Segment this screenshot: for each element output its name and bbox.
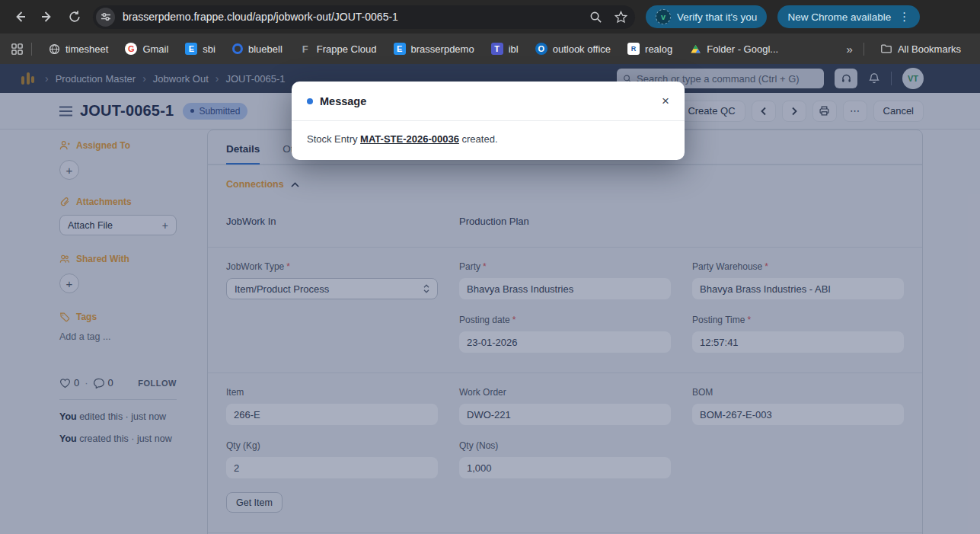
bluebell-icon: [232, 43, 243, 54]
browser-toolbar: brasserpdemo.frappe.cloud/app/jobwork-ou…: [0, 0, 980, 34]
bookmark-frappe-cloud[interactable]: F Frappe Cloud: [299, 43, 377, 55]
all-bookmarks-button[interactable]: All Bookmarks: [880, 43, 961, 55]
url-bar[interactable]: brasserpdemo.frappe.cloud/app/jobwork-ou…: [93, 5, 635, 29]
apps-grid-icon: [11, 43, 24, 56]
bookmark-drive-folder[interactable]: Folder - Googl...: [689, 43, 778, 55]
forward-button[interactable]: [34, 3, 61, 30]
back-icon: [12, 9, 27, 24]
bookmark-timesheet[interactable]: timesheet: [48, 43, 108, 55]
bookmark-brasserpdemo[interactable]: E brasserpdemo: [394, 43, 474, 55]
search-this-page-button[interactable]: [589, 11, 602, 24]
magnifier-icon: [589, 11, 602, 24]
site-info-icon: [101, 11, 111, 22]
star-icon: [614, 11, 627, 24]
bookmark-realog[interactable]: R realog: [627, 43, 672, 55]
divider: [31, 43, 32, 56]
realog-icon: R: [627, 43, 640, 55]
erpnext-icon: E: [394, 43, 406, 55]
dialog-title: Message: [320, 95, 366, 107]
update-pill-label: New Chrome available: [787, 11, 891, 23]
dialog-body: Stock Entry MAT-STE-2026-00036 created.: [292, 121, 685, 160]
apps-grid-button[interactable]: [11, 43, 24, 56]
gmail-icon: G: [125, 43, 137, 55]
frappe-cloud-icon: F: [299, 43, 311, 55]
outlook-icon: O: [535, 43, 547, 55]
dialog-close-button[interactable]: ×: [662, 94, 669, 107]
web-page: › Production Master › Jobwork Out › JOUT…: [0, 64, 980, 534]
chrome-update-pill[interactable]: New Chrome available ⋮: [777, 5, 920, 28]
teams-icon: T: [491, 43, 503, 55]
bookmark-gmail[interactable]: G Gmail: [125, 43, 168, 55]
bookmarks-overflow-button[interactable]: »: [847, 43, 853, 56]
bookmark-star-button[interactable]: [614, 11, 627, 24]
google-drive-icon: [689, 43, 701, 55]
indicator-dot-icon: [307, 98, 313, 104]
bookmarks-bar: timesheet G Gmail E sbi bluebell F Frapp…: [0, 34, 980, 64]
message-dialog: Message × Stock Entry MAT-STE-2026-00036…: [292, 82, 685, 160]
bookmark-ibl[interactable]: T ibl: [491, 43, 519, 55]
forward-icon: [40, 9, 55, 24]
bookmark-sbi[interactable]: E sbi: [185, 43, 215, 55]
globe-icon: [48, 43, 60, 55]
site-settings-button[interactable]: [96, 8, 115, 27]
verify-pill-label: Verify that it's you: [677, 11, 757, 23]
reload-button[interactable]: [61, 3, 88, 30]
verify-identity-pill[interactable]: v Verify that it's you: [646, 5, 767, 28]
bookmark-outlook[interactable]: O outlook office: [535, 43, 611, 55]
back-button[interactable]: [6, 3, 34, 30]
folder-icon: [880, 43, 892, 55]
stock-entry-link[interactable]: MAT-STE-2026-00036: [360, 133, 459, 145]
bookmark-bluebell[interactable]: bluebell: [232, 43, 283, 55]
chrome-menu-icon[interactable]: ⋮: [899, 10, 910, 24]
verify-icon: v: [656, 9, 671, 24]
erpnext-icon: E: [185, 43, 197, 55]
url-text[interactable]: brasserpdemo.frappe.cloud/app/jobwork-ou…: [123, 11, 589, 23]
reload-icon: [68, 10, 81, 24]
divider: [863, 43, 864, 56]
